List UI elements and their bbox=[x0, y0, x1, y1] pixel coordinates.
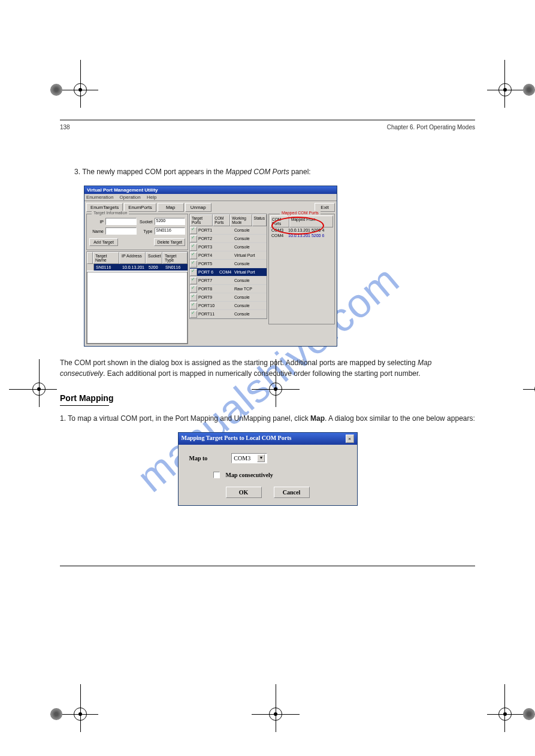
page-header: 138 Chapter 6. Port Operating Modes bbox=[60, 124, 475, 130]
mapping-dialog: Mapping Target Ports to Local COM Ports … bbox=[178, 432, 358, 506]
add-target-button[interactable]: Add Target bbox=[89, 238, 118, 246]
ip-input[interactable] bbox=[105, 218, 137, 225]
port-row[interactable]: PORT9Console bbox=[190, 293, 267, 302]
col-socket[interactable]: Socket bbox=[146, 252, 162, 264]
footer-rule bbox=[60, 566, 475, 566]
map-consecutively-label: Map consecutively bbox=[226, 472, 273, 478]
menu-operation[interactable]: Operation bbox=[120, 195, 141, 200]
chevron-down-icon[interactable]: ▼ bbox=[257, 454, 265, 462]
highlight-circle bbox=[271, 217, 324, 235]
crop-mark bbox=[9, 359, 57, 407]
check-icon bbox=[190, 260, 197, 268]
crop-mark bbox=[50, 60, 98, 108]
col-working-mode[interactable]: Working Mode bbox=[230, 214, 252, 226]
col-type[interactable]: Target Type bbox=[162, 252, 188, 264]
page-number: 138 bbox=[60, 124, 70, 130]
targets-grid[interactable]: Target Name IP Address Socket Target Typ… bbox=[86, 251, 188, 344]
window-titlebar: Virtual Port Management Utility bbox=[84, 186, 337, 194]
check-icon bbox=[190, 286, 197, 293]
col-target-name[interactable]: Target Name bbox=[93, 252, 119, 264]
port-row[interactable]: PORT8Raw TCP bbox=[190, 285, 267, 293]
check-icon bbox=[190, 277, 197, 284]
check-icon bbox=[190, 235, 197, 242]
col-target-ports[interactable]: Target Ports bbox=[190, 214, 213, 226]
crop-mark bbox=[487, 684, 535, 732]
port-row[interactable]: PORT1Console bbox=[190, 226, 267, 235]
map-consecutively-checkbox[interactable] bbox=[213, 472, 220, 478]
col-com-ports[interactable]: COM Ports bbox=[213, 214, 230, 226]
menu-help[interactable]: Help bbox=[147, 195, 156, 200]
port-row[interactable]: PORT5Console bbox=[190, 260, 267, 268]
menu-enumeration[interactable]: Enumeration bbox=[86, 195, 113, 200]
check-icon bbox=[190, 227, 197, 234]
crop-mark bbox=[523, 359, 535, 407]
name-label: Name bbox=[89, 229, 104, 233]
unmap-button[interactable]: Unmap bbox=[185, 203, 211, 212]
crop-mark bbox=[252, 684, 300, 732]
port-row[interactable]: PORT7Console bbox=[190, 277, 267, 285]
mapped-ports-group: Mapped COM Ports COM Ports Mapped From C… bbox=[268, 214, 335, 324]
check-icon bbox=[190, 311, 197, 318]
socket-input[interactable]: 5200 bbox=[155, 218, 186, 225]
port-row[interactable]: PORT3Console bbox=[190, 243, 267, 251]
target-info-group: Target Information IP Socket 5200 Name T… bbox=[86, 214, 188, 250]
ip-label: IP bbox=[89, 220, 104, 224]
intro-text: 3. The newly mapped COM port appears in … bbox=[74, 166, 475, 177]
menubar[interactable]: Enumeration Operation Help bbox=[84, 194, 337, 201]
chapter-title: Chapter 6. Port Operating Modes bbox=[387, 124, 475, 130]
explain-text: The COM port shown in the dialog box is … bbox=[60, 357, 475, 379]
group-title: Target Information bbox=[92, 211, 129, 215]
socket-label: Socket bbox=[138, 220, 153, 224]
target-row[interactable]: SN0116 10.0.13.201 5200 SN0116 bbox=[87, 264, 188, 271]
check-icon bbox=[190, 302, 197, 309]
ports-list[interactable]: Target Ports COM Ports Working Mode Stat… bbox=[189, 214, 267, 319]
check-icon bbox=[190, 252, 197, 259]
check-icon bbox=[190, 269, 197, 276]
dialog-titlebar: Mapping Target Ports to Local COM Ports … bbox=[179, 433, 357, 445]
mapped-title: Mapped COM Ports bbox=[280, 211, 321, 215]
map-button[interactable]: Map bbox=[158, 203, 184, 212]
crop-mark bbox=[487, 60, 535, 108]
com-port-combo[interactable]: COM3 ▼ bbox=[231, 453, 267, 463]
section-heading: Port Mapping bbox=[60, 393, 475, 403]
step-text: 1. To map a virtual COM port, in the Por… bbox=[60, 413, 475, 424]
port-row[interactable]: PORT11Console bbox=[190, 310, 267, 318]
port-row[interactable]: PORT 6COM4Virtual Port bbox=[190, 268, 267, 277]
crop-mark bbox=[50, 684, 98, 732]
close-icon[interactable]: × bbox=[346, 435, 354, 443]
check-icon bbox=[190, 244, 197, 251]
delete-target-button[interactable]: Delete Target bbox=[154, 238, 185, 246]
type-input[interactable]: SN0116 bbox=[155, 227, 186, 235]
port-row[interactable]: PORT2Console bbox=[190, 235, 267, 243]
port-row[interactable]: PORT4Virtual Port bbox=[190, 251, 267, 260]
col-status[interactable]: Status bbox=[252, 214, 267, 226]
col-ip[interactable]: IP Address bbox=[119, 252, 146, 264]
type-label: Type bbox=[138, 229, 153, 233]
app-window: Virtual Port Management Utility Enumerat… bbox=[84, 186, 337, 347]
port-row[interactable]: PORT10Console bbox=[190, 302, 267, 310]
cancel-button[interactable]: Cancel bbox=[274, 487, 310, 498]
check-icon bbox=[190, 294, 197, 301]
mapto-label: Map to bbox=[189, 455, 208, 462]
name-input[interactable] bbox=[105, 227, 137, 235]
ok-button[interactable]: OK bbox=[226, 487, 262, 498]
